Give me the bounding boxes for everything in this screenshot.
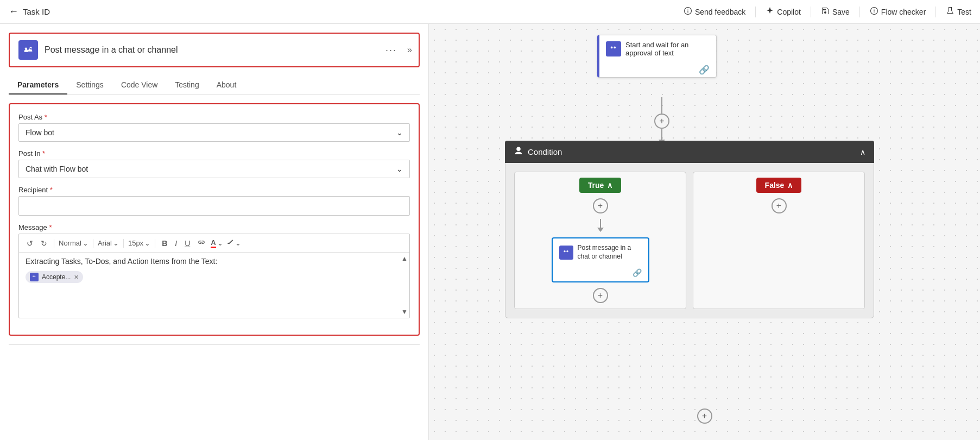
- post-node-in-canvas[interactable]: Post message in a chat or channel 🔗: [552, 237, 649, 282]
- condition-icon: [514, 146, 523, 158]
- style-value: Normal: [59, 239, 81, 247]
- bold-button[interactable]: B: [160, 238, 169, 249]
- topbar-right: Send feedback Copilot Save Flow checker: [684, 7, 971, 17]
- true-branch-header[interactable]: True ∧: [579, 178, 622, 193]
- highlight-icon: [226, 238, 234, 248]
- post-as-group: Post As * Flow bot ⌄: [18, 113, 410, 142]
- rich-text-editor: ↺ ↻ Normal ⌄ Arial ⌄: [18, 234, 410, 318]
- arrow-line-1: [661, 97, 662, 114]
- action-menu-button[interactable]: ···: [385, 45, 397, 56]
- highlight-dropdown[interactable]: ⌄: [226, 238, 241, 248]
- scroll-up-button[interactable]: ▲: [401, 255, 408, 262]
- rte-text: Extracting Tasks, To-Dos, and Action Ite…: [26, 257, 403, 266]
- link-button[interactable]: [195, 237, 207, 249]
- font-dropdown[interactable]: Arial ⌄: [98, 239, 119, 247]
- post-as-required: *: [45, 113, 47, 121]
- save-label: Save: [832, 8, 850, 16]
- tab-settings[interactable]: Settings: [67, 76, 112, 95]
- redo-button[interactable]: ↻: [39, 238, 49, 249]
- italic-button[interactable]: I: [173, 238, 179, 249]
- size-dropdown[interactable]: 15px ⌄: [128, 239, 150, 247]
- tab-code-view[interactable]: Code View: [112, 76, 166, 95]
- tag-remove-button[interactable]: ✕: [74, 274, 79, 281]
- arrow-to-post: [597, 219, 604, 232]
- arrow-approval-condition: +: [654, 97, 669, 144]
- message-label: Message *: [18, 223, 410, 231]
- post-as-select[interactable]: Flow bot ⌄: [18, 123, 410, 142]
- bottom-divider: [9, 344, 420, 345]
- topbar-left: ← Task ID: [9, 6, 684, 17]
- arrow-line-2: [661, 129, 662, 140]
- post-as-label: Post As *: [18, 113, 410, 121]
- add-after-condition-button[interactable]: +: [697, 408, 712, 424]
- size-chevron-icon: ⌄: [144, 239, 150, 247]
- topbar-title: Task ID: [23, 7, 50, 16]
- approval-node-link: 🔗: [599, 62, 716, 77]
- tab-testing[interactable]: Testing: [166, 76, 207, 95]
- tag-label: Accepte...: [42, 273, 71, 281]
- true-label: True: [588, 181, 604, 190]
- true-collapse-icon: ∧: [607, 181, 612, 190]
- true-branch: True ∧ +: [514, 172, 686, 309]
- recipient-input[interactable]: [18, 196, 410, 216]
- add-in-true-button[interactable]: +: [593, 198, 608, 213]
- approval-link-icon: 🔗: [699, 65, 710, 74]
- flow-checker-icon: [870, 7, 878, 17]
- topbar-separator-1: [755, 7, 756, 17]
- tab-about[interactable]: About: [208, 76, 245, 95]
- action-collapse-button[interactable]: »: [407, 45, 412, 55]
- false-collapse-icon: ∧: [787, 181, 793, 190]
- message-tag-chip: Accepte... ✕: [26, 271, 83, 283]
- topbar-separator-3: [859, 7, 860, 17]
- undo-button[interactable]: ↺: [24, 238, 35, 249]
- back-button[interactable]: ←: [9, 6, 18, 17]
- scroll-down-button[interactable]: ▼: [401, 308, 408, 316]
- condition-collapse-button[interactable]: ∧: [860, 148, 865, 156]
- left-panel: Post message in a chat or channel ··· » …: [0, 24, 429, 440]
- copilot-button[interactable]: Copilot: [766, 7, 801, 17]
- condition-title: Condition: [528, 147, 562, 156]
- approval-node[interactable]: Start and wait for an approval of text 🔗: [597, 35, 717, 78]
- post-as-value: Flow bot: [26, 128, 54, 137]
- underline-button[interactable]: U: [182, 238, 192, 249]
- add-between-button-1[interactable]: +: [654, 114, 669, 129]
- teams-action-icon: [18, 40, 38, 60]
- topbar-separator-2: [811, 7, 811, 17]
- font-chevron-icon: ⌄: [113, 239, 119, 247]
- recipient-group: Recipient *: [18, 186, 410, 216]
- size-value: 15px: [128, 239, 143, 247]
- send-feedback-button[interactable]: Send feedback: [684, 7, 745, 17]
- main-layout: Post message in a chat or channel ··· » …: [0, 24, 980, 440]
- rte-content-area[interactable]: Extracting Tasks, To-Dos, and Action Ite…: [19, 253, 409, 318]
- approval-node-icon: [606, 41, 621, 56]
- add-in-false-button[interactable]: +: [772, 198, 787, 213]
- post-in-value: Chat with Flow bot: [26, 165, 88, 173]
- test-button[interactable]: Test: [946, 7, 971, 17]
- toolbar-sep-2: [93, 239, 93, 248]
- post-as-chevron-icon: ⌄: [396, 128, 403, 137]
- action-header: Post message in a chat or channel ··· »: [9, 33, 420, 67]
- style-dropdown[interactable]: Normal ⌄: [59, 239, 88, 247]
- save-button[interactable]: Save: [821, 7, 850, 17]
- feedback-icon: [684, 7, 692, 17]
- font-value: Arial: [98, 239, 112, 247]
- highlight-chevron: ⌄: [235, 239, 241, 247]
- post-in-select[interactable]: Chat with Flow bot ⌄: [18, 160, 410, 178]
- condition-node: Condition ∧ True ∧ +: [505, 141, 874, 318]
- approval-node-title: Start and wait for an approval of text: [625, 41, 710, 57]
- font-color-dropdown[interactable]: A ⌄: [211, 238, 223, 248]
- tab-parameters[interactable]: Parameters: [9, 76, 67, 95]
- flow-canvas: Start and wait for an approval of text 🔗…: [429, 24, 980, 440]
- copilot-icon: [766, 7, 774, 17]
- test-icon: [946, 7, 954, 17]
- false-label: False: [765, 181, 785, 190]
- false-branch-header[interactable]: False ∧: [756, 178, 802, 193]
- flow-checker-button[interactable]: Flow checker: [870, 7, 926, 17]
- approval-node-header: Start and wait for an approval of text: [599, 35, 716, 62]
- post-node-header: Post message in a chat or channel: [553, 238, 648, 266]
- message-required: *: [49, 223, 52, 231]
- flow-checker-label: Flow checker: [881, 8, 926, 16]
- add-below-post-button[interactable]: +: [593, 288, 608, 303]
- post-node-link-icon: 🔗: [633, 268, 642, 277]
- toolbar-sep-4: [155, 239, 155, 248]
